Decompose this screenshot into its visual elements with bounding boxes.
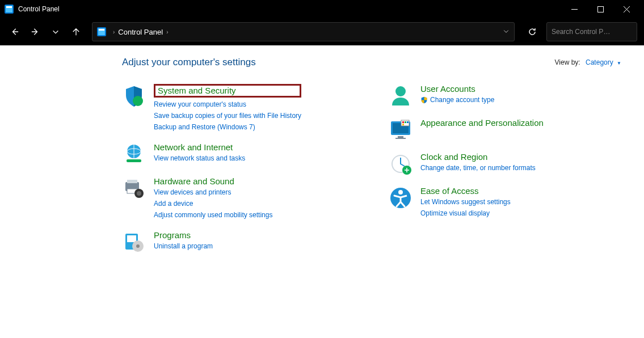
- svg-rect-29: [407, 121, 409, 123]
- address-bar[interactable]: › Control Panel ›: [92, 22, 515, 41]
- svg-rect-13: [127, 180, 137, 183]
- programs-icon: [122, 230, 146, 254]
- address-icon: [97, 27, 106, 36]
- svg-rect-28: [405, 121, 406, 123]
- category-user-accounts: User Accounts Change account type: [389, 84, 621, 108]
- breadcrumb-root[interactable]: Control Panel: [118, 28, 163, 36]
- window: Control Panel › Control Panel › Search C…: [0, 0, 644, 338]
- task-link[interactable]: View devices and printers: [154, 187, 272, 197]
- shield-icon: [122, 84, 146, 108]
- search-input[interactable]: Search Control P…: [546, 22, 637, 41]
- close-button[interactable]: [613, 0, 639, 18]
- view-by-value: Category: [586, 58, 613, 66]
- svg-point-16: [137, 191, 141, 196]
- svg-point-8: [133, 96, 143, 106]
- header-row: Adjust your computer's settings View by:…: [122, 57, 621, 68]
- accessibility-icon: [389, 186, 413, 210]
- svg-rect-1: [6, 6, 12, 8]
- svg-rect-30: [402, 124, 404, 125]
- control-panel-icon: [5, 5, 14, 14]
- task-link[interactable]: Change account type: [420, 95, 494, 105]
- view-by-control[interactable]: View by: Category ▼: [555, 58, 621, 66]
- svg-rect-3: [597, 6, 603, 12]
- task-link[interactable]: Save backup copies of your files with Fi…: [154, 111, 301, 121]
- category-appearance: Appearance and Personalization: [389, 118, 621, 142]
- category-network: Network and Internet View network status…: [122, 142, 355, 166]
- task-link[interactable]: View network status and tasks: [154, 153, 245, 163]
- task-link[interactable]: Change date, time, or number formats: [420, 163, 536, 173]
- task-link[interactable]: Let Windows suggest settings: [420, 197, 511, 207]
- svg-rect-24: [398, 136, 403, 138]
- globe-icon: [122, 142, 146, 166]
- up-button[interactable]: [68, 24, 84, 40]
- refresh-button[interactable]: [523, 22, 542, 41]
- category-hardware: Hardware and Sound View devices and prin…: [122, 176, 355, 220]
- svg-rect-25: [395, 138, 406, 139]
- navbar: › Control Panel › Search Control P…: [0, 18, 644, 45]
- category-link-ease-of-access[interactable]: Ease of Access: [420, 186, 511, 196]
- category-clock: Clock and Region Change date, time, or n…: [389, 152, 621, 176]
- task-link[interactable]: Adjust commonly used mobility settings: [154, 210, 272, 220]
- chevron-down-icon: ▼: [617, 61, 621, 66]
- task-link-label: Change account type: [430, 95, 494, 105]
- category-link-hardware[interactable]: Hardware and Sound: [154, 176, 272, 186]
- forward-button[interactable]: [27, 24, 43, 40]
- svg-point-20: [136, 244, 140, 248]
- left-column: System and Security Review your computer…: [122, 84, 355, 254]
- user-icon: [389, 84, 413, 108]
- category-ease-of-access: Ease of Access Let Windows suggest setti…: [389, 186, 621, 218]
- svg-point-35: [398, 190, 403, 195]
- page-heading: Adjust your computer's settings: [122, 57, 256, 68]
- clock-icon: [389, 152, 413, 176]
- svg-point-21: [395, 86, 406, 96]
- task-link[interactable]: Add a device: [154, 198, 272, 209]
- svg-rect-7: [99, 29, 104, 31]
- task-link[interactable]: Uninstall a program: [154, 241, 213, 251]
- svg-rect-27: [402, 121, 404, 123]
- address-dropdown[interactable]: [503, 27, 510, 37]
- chevron-right-icon: ›: [166, 29, 168, 35]
- category-link-appearance[interactable]: Appearance and Personalization: [420, 118, 544, 128]
- monitor-icon: [389, 118, 413, 142]
- recent-dropdown[interactable]: [48, 24, 64, 40]
- chevron-right-icon: ›: [113, 29, 115, 35]
- category-link-programs[interactable]: Programs: [154, 230, 213, 240]
- task-link[interactable]: Review your computer's status: [154, 99, 301, 109]
- task-link[interactable]: Backup and Restore (Windows 7): [154, 122, 301, 132]
- window-controls: [561, 0, 639, 18]
- category-link-clock[interactable]: Clock and Region: [420, 152, 536, 162]
- right-column: User Accounts Change account type: [389, 84, 621, 254]
- category-system-security: System and Security Review your computer…: [122, 84, 355, 132]
- printer-icon: [122, 176, 146, 200]
- category-link-user-accounts[interactable]: User Accounts: [420, 84, 494, 94]
- titlebar: Control Panel: [0, 0, 644, 18]
- uac-shield-icon: [420, 96, 428, 104]
- search-placeholder: Search Control P…: [552, 28, 610, 36]
- view-by-label: View by:: [555, 58, 580, 66]
- category-programs: Programs Uninstall a program: [122, 230, 355, 254]
- highlight-box: System and Security: [154, 84, 301, 98]
- category-link-network[interactable]: Network and Internet: [154, 142, 245, 152]
- maximize-button[interactable]: [587, 0, 613, 18]
- content-area: Adjust your computer's settings View by:…: [0, 45, 644, 338]
- category-grid: System and Security Review your computer…: [122, 84, 621, 254]
- back-button[interactable]: [7, 24, 23, 40]
- task-link[interactable]: Optimize visual display: [420, 208, 511, 218]
- window-title: Control Panel: [18, 5, 561, 13]
- svg-rect-18: [127, 235, 136, 242]
- category-link-system-security[interactable]: System and Security: [158, 86, 236, 95]
- minimize-button[interactable]: [561, 0, 587, 18]
- svg-rect-11: [127, 159, 141, 162]
